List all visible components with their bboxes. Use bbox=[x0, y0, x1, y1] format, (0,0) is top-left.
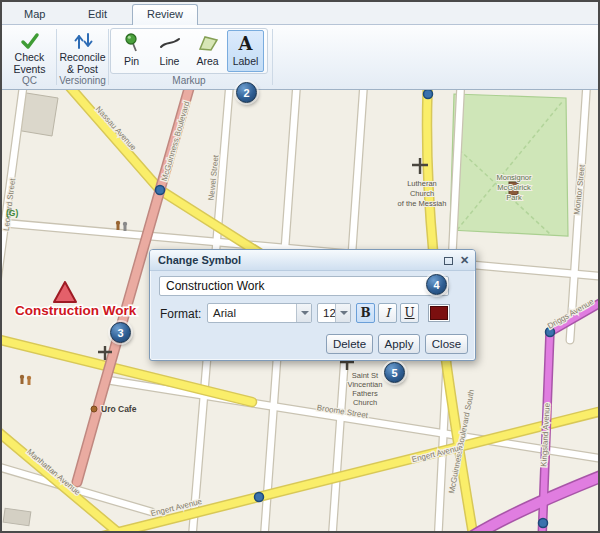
cafe-poi-icon bbox=[91, 406, 97, 412]
callout-badge-3: 3 bbox=[110, 322, 131, 343]
group-separator bbox=[272, 29, 273, 85]
format-label: Format: bbox=[160, 307, 201, 321]
vincentian-church-label: Vincentian bbox=[348, 380, 383, 389]
lutheran-church-label: Lutheran bbox=[407, 179, 437, 188]
chevron-down-icon[interactable] bbox=[335, 304, 350, 322]
maximize-icon bbox=[444, 257, 453, 265]
tab-edit[interactable]: Edit bbox=[74, 5, 121, 24]
line-label: Line bbox=[160, 55, 180, 67]
lutheran-church-label: Church bbox=[410, 189, 434, 198]
pin-icon bbox=[121, 31, 143, 55]
font-family-select[interactable]: Arial bbox=[207, 303, 312, 323]
pin-label: Pin bbox=[124, 55, 139, 67]
tab-review[interactable]: Review bbox=[132, 4, 198, 25]
vincentian-church-label: Church bbox=[353, 398, 377, 407]
label-tool-button[interactable]: A Label bbox=[227, 30, 264, 72]
markup-tool-frame: Pin Line Area A Label bbox=[110, 28, 268, 74]
label-label: Label bbox=[233, 55, 259, 67]
apply-button[interactable]: Apply bbox=[378, 334, 420, 354]
dialog-title: Change Symbol bbox=[158, 254, 241, 266]
chevron-down-icon[interactable] bbox=[296, 304, 311, 322]
check-events-label: Check Events bbox=[6, 51, 53, 75]
vincentian-church-label: Fathers bbox=[352, 389, 378, 398]
font-color-picker[interactable] bbox=[428, 304, 450, 322]
sync-arrows-icon bbox=[72, 29, 94, 51]
construction-marker-label[interactable]: Construction Work bbox=[15, 303, 137, 318]
vincentian-church-label: Saint St bbox=[352, 371, 379, 380]
building bbox=[3, 508, 31, 525]
font-size-select[interactable]: 12 bbox=[317, 303, 351, 323]
ribbon: Check Events QC Reconcile & Post Version… bbox=[2, 24, 598, 90]
group-separator bbox=[108, 29, 109, 85]
line-icon bbox=[158, 31, 182, 55]
ribbon-tabstrip: Map Edit Review bbox=[2, 2, 598, 24]
area-label: Area bbox=[196, 55, 218, 67]
symbol-text-input[interactable] bbox=[159, 276, 449, 296]
close-icon: ✕ bbox=[460, 255, 469, 266]
dialog-titlebar[interactable]: Change Symbol bbox=[150, 250, 475, 271]
font-size-value: 12 bbox=[323, 307, 336, 319]
park-label: Monsignor bbox=[496, 173, 532, 182]
callout-badge-2: 2 bbox=[236, 82, 257, 103]
check-events-button[interactable]: Check Events bbox=[5, 28, 54, 76]
maximize-button[interactable] bbox=[442, 254, 455, 267]
group-label-versioning: Versioning bbox=[58, 75, 107, 86]
reconcile-post-label: Reconcile & Post bbox=[59, 51, 106, 75]
callout-badge-5: 5 bbox=[384, 362, 405, 383]
bold-button[interactable]: B bbox=[356, 303, 375, 323]
area-icon bbox=[196, 31, 220, 55]
label-letter-icon: A bbox=[239, 31, 253, 55]
delete-button[interactable]: Delete bbox=[326, 334, 373, 354]
tab-map[interactable]: Map bbox=[10, 5, 59, 24]
font-family-value: Arial bbox=[213, 307, 236, 319]
pin-tool-button[interactable]: Pin bbox=[113, 30, 150, 72]
group-separator bbox=[56, 29, 57, 85]
change-symbol-dialog: Change Symbol ✕ Format: Arial 12 B I U D… bbox=[149, 249, 476, 361]
reconcile-post-button[interactable]: Reconcile & Post bbox=[58, 28, 107, 76]
lutheran-church-label: of the Messiah bbox=[398, 199, 447, 208]
color-swatch bbox=[430, 306, 448, 320]
close-window-button[interactable]: ✕ bbox=[458, 254, 471, 267]
park-label: McGolrick bbox=[497, 183, 531, 192]
close-button[interactable]: Close bbox=[425, 334, 468, 354]
underline-button[interactable]: U bbox=[400, 303, 419, 323]
line-tool-button[interactable]: Line bbox=[151, 30, 188, 72]
check-icon bbox=[20, 29, 40, 51]
italic-button[interactable]: I bbox=[378, 303, 397, 323]
cafe-label: Uro Cafe bbox=[101, 404, 137, 414]
group-label-qc: QC bbox=[5, 75, 54, 86]
callout-badge-4: 4 bbox=[426, 274, 447, 295]
subway-label: (G) bbox=[6, 208, 18, 218]
app-window: Map Edit Review Check Events QC Reconcil… bbox=[0, 0, 600, 533]
area-tool-button[interactable]: Area bbox=[189, 30, 226, 72]
park-label: Park bbox=[506, 193, 522, 202]
